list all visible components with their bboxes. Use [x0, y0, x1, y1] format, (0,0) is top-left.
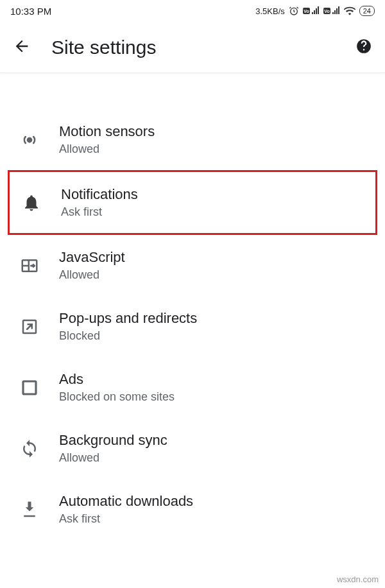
- motion-icon: [20, 130, 39, 150]
- page-title: Site settings: [51, 37, 335, 58]
- setting-label: Notifications: [61, 186, 370, 203]
- svg-rect-9: [23, 381, 36, 394]
- setting-motion-sensors[interactable]: Motion sensors Allowed: [0, 109, 385, 170]
- bell-icon: [22, 193, 41, 212]
- svg-text:Vo: Vo: [324, 9, 329, 13]
- help-icon: [355, 38, 372, 55]
- partial-row: Ask first: [72, 74, 385, 83]
- status-time: 10:33 PM: [10, 6, 51, 17]
- setting-background-sync[interactable]: Background sync Allowed: [0, 418, 385, 479]
- setting-label: Automatic downloads: [59, 493, 372, 510]
- status-bar: 10:33 PM 3.5KB/s Vo Vo 24: [0, 0, 385, 22]
- setting-javascript[interactable]: JavaScript Allowed: [0, 235, 385, 296]
- svg-point-6: [28, 137, 31, 141]
- back-button[interactable]: [13, 37, 31, 58]
- setting-label: Background sync: [59, 432, 372, 449]
- settings-list: Motion sensors Allowed Notifications Ask…: [0, 109, 385, 540]
- wifi-icon: [344, 6, 355, 15]
- javascript-icon: [20, 256, 39, 275]
- setting-status: Blocked: [59, 329, 372, 343]
- setting-label: JavaScript: [59, 249, 372, 266]
- setting-automatic-downloads[interactable]: Automatic downloads Ask first: [0, 479, 385, 540]
- download-icon: [20, 500, 39, 519]
- setting-popups[interactable]: Pop-ups and redirects Blocked: [0, 296, 385, 357]
- volte-signal-icon-2: Vo: [323, 6, 340, 15]
- setting-label: Pop-ups and redirects: [59, 310, 372, 327]
- setting-status: Allowed: [59, 451, 372, 465]
- setting-status: Ask first: [59, 512, 372, 526]
- svg-text:Vo: Vo: [304, 9, 309, 13]
- setting-status: Blocked on some sites: [59, 390, 372, 404]
- ads-icon: [20, 378, 39, 397]
- setting-ads[interactable]: Ads Blocked on some sites: [0, 357, 385, 418]
- status-network-speed: 3.5KB/s: [255, 6, 285, 16]
- setting-notifications[interactable]: Notifications Ask first: [8, 170, 377, 235]
- watermark: wsxdn.com: [337, 575, 379, 584]
- setting-status: Allowed: [59, 268, 372, 282]
- app-bar: Site settings: [0, 22, 385, 73]
- alarm-icon: [289, 6, 299, 16]
- volte-signal-icon: Vo: [303, 6, 320, 15]
- setting-status: Ask first: [61, 205, 370, 219]
- setting-label: Ads: [59, 371, 372, 388]
- battery-indicator: 24: [359, 6, 375, 16]
- popup-icon: [20, 317, 39, 336]
- help-button[interactable]: [355, 38, 372, 57]
- back-arrow-icon: [13, 37, 31, 55]
- sync-icon: [20, 439, 39, 458]
- setting-status: Allowed: [59, 143, 372, 156]
- setting-label: Motion sensors: [59, 123, 372, 140]
